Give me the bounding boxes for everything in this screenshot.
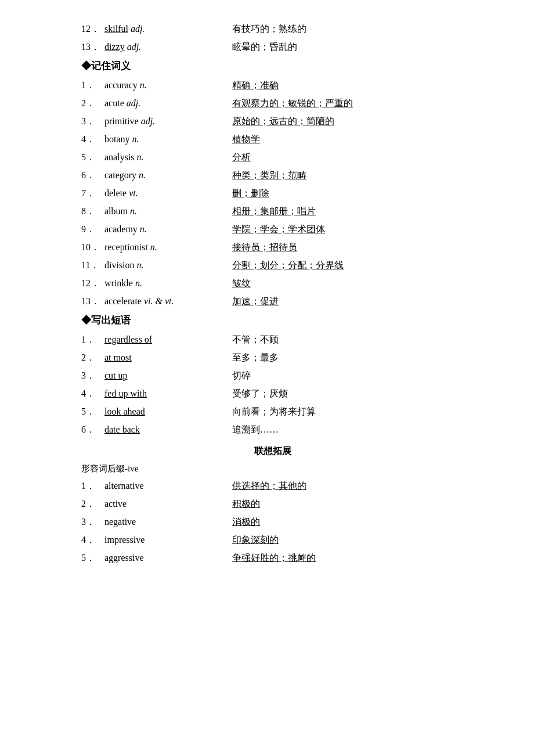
entry-def: 相册；集邮册；唱片 [232, 206, 464, 218]
entry-row-wrinkle: 12． wrinkle n. 皱纹 [81, 278, 464, 290]
entry-word: wrinkle n. [104, 278, 232, 289]
assoc-def: 消极的 [232, 516, 464, 528]
phrase-def: 向前看；为将来打算 [232, 406, 464, 418]
assoc-suffix-header: 形容词后缀-ive [81, 463, 464, 474]
entry-row-botany: 4． botany n. 植物学 [81, 134, 464, 146]
assoc-row-alternative: 1． alternative 供选择的；其他的 [81, 480, 464, 492]
entry-word: academy n. [104, 224, 232, 235]
phrase-num: 2． [81, 352, 104, 364]
entry-row-album: 8． album n. 相册；集邮册；唱片 [81, 206, 464, 218]
entry-num: 5． [81, 152, 104, 164]
phrase-word: at most [104, 352, 232, 363]
assoc-def: 积极的 [232, 498, 464, 510]
phrase-row-fedupwith: 4． fed up with 受够了；厌烦 [81, 388, 464, 400]
assoc-row-negative: 3． negative 消极的 [81, 516, 464, 528]
entry-row-primitive: 3． primitive adj. 原始的；远古的；简陋的 [81, 116, 464, 128]
assoc-num: 5． [81, 552, 104, 564]
phrase-def: 追溯到…… [232, 424, 464, 436]
entry-row-skilful: 12． skilful adj. 有技巧的；熟练的 [81, 23, 464, 35]
entry-num: 7． [81, 188, 104, 200]
entry-word: primitive adj. [104, 116, 232, 127]
entry-word: botany n. [104, 134, 232, 145]
entry-num: 13． [81, 296, 104, 308]
entry-word: accuracy n. [104, 80, 232, 91]
entry-word: receptionist n. [104, 242, 232, 253]
phrase-word: look ahead [104, 406, 232, 417]
entry-row-accelerate: 13． accelerate vi. & vt. 加速；促进 [81, 296, 464, 308]
phrase-row-lookahead: 5． look ahead 向前看；为将来打算 [81, 406, 464, 418]
entry-def: 加速；促进 [232, 296, 464, 308]
entry-word: album n. [104, 206, 232, 217]
page-content: 12． skilful adj. 有技巧的；熟练的 13． dizzy adj.… [81, 23, 464, 564]
entry-word: skilful adj. [104, 24, 232, 34]
assoc-word: aggressive [104, 553, 232, 563]
phrase-num: 1． [81, 334, 104, 346]
section-header-phrases: ◆写出短语 [81, 314, 464, 327]
entry-row-acute: 2． acute adj. 有观察力的；敏锐的；严重的 [81, 98, 464, 110]
assoc-num: 1． [81, 480, 104, 492]
entry-row-division: 11． division n. 分割；划分；分配；分界线 [81, 260, 464, 272]
entry-def: 种类；类别；范畴 [232, 170, 464, 182]
entry-def: 有观察力的；敏锐的；严重的 [232, 98, 464, 110]
entry-num: 3． [81, 116, 104, 128]
entry-def: 删；删除 [232, 188, 464, 200]
entry-def: 眩晕的；昏乱的 [232, 41, 464, 53]
entry-row-accuracy: 1． accuracy n. 精确；准确 [81, 80, 464, 92]
entry-num: 4． [81, 134, 104, 146]
entry-word: accelerate vi. & vt. [104, 296, 232, 307]
phrase-row-atmost: 2． at most 至多；最多 [81, 352, 464, 364]
phrase-row-cutup: 3． cut up 切碎 [81, 370, 464, 382]
assoc-def: 印象深刻的 [232, 534, 464, 546]
entry-def: 有技巧的；熟练的 [232, 23, 464, 35]
assoc-num: 2． [81, 498, 104, 510]
entry-num: 6． [81, 170, 104, 182]
entry-def: 分割；划分；分配；分界线 [232, 260, 464, 272]
entry-row-delete: 7． delete vt. 删；删除 [81, 188, 464, 200]
phrase-word: cut up [104, 370, 232, 381]
entry-word: acute adj. [104, 98, 232, 109]
entry-word: division n. [104, 260, 232, 271]
assoc-row-impressive: 4． impressive 印象深刻的 [81, 534, 464, 546]
phrase-def: 至多；最多 [232, 352, 464, 364]
phrase-def: 不管；不顾 [232, 334, 464, 346]
entry-def: 分析 [232, 152, 464, 164]
entry-row-receptionist: 10． receptionist n. 接待员；招待员 [81, 242, 464, 254]
assoc-def: 供选择的；其他的 [232, 480, 464, 492]
entry-row-dizzy: 13． dizzy adj. 眩晕的；昏乱的 [81, 41, 464, 53]
assoc-word: impressive [104, 535, 232, 545]
entry-def: 接待员；招待员 [232, 242, 464, 254]
entry-word: category n. [104, 170, 232, 181]
phrase-word: date back [104, 424, 232, 435]
entry-def: 原始的；远古的；简陋的 [232, 116, 464, 128]
assoc-word: negative [104, 517, 232, 527]
entry-num: 12． [81, 278, 104, 290]
entry-num: 2． [81, 98, 104, 110]
assoc-word: active [104, 499, 232, 509]
entry-num: 11． [81, 260, 104, 272]
phrase-num: 4． [81, 388, 104, 400]
phrase-word: regardless of [104, 334, 232, 345]
phrase-row-regardless: 1． regardless of 不管；不顾 [81, 334, 464, 346]
phrase-def: 受够了；厌烦 [232, 388, 464, 400]
assoc-def: 争强好胜的；挑衅的 [232, 552, 464, 564]
phrase-num: 5． [81, 406, 104, 418]
entry-num: 8． [81, 206, 104, 218]
entry-def: 学院；学会；学术团体 [232, 224, 464, 236]
entry-def: 皱纹 [232, 278, 464, 290]
entry-num: 1． [81, 80, 104, 92]
entry-num: 12． [81, 23, 104, 35]
entry-def: 植物学 [232, 134, 464, 146]
entry-num: 9． [81, 224, 104, 236]
entry-word: dizzy adj. [104, 42, 232, 52]
subsection-header-assoc: 联想拓展 [81, 445, 464, 458]
assoc-word: alternative [104, 481, 232, 491]
assoc-num: 4． [81, 534, 104, 546]
entry-row-category: 6． category n. 种类；类别；范畴 [81, 170, 464, 182]
entry-num: 10． [81, 242, 104, 254]
section-header-remember: ◆记住词义 [81, 59, 464, 73]
phrase-def: 切碎 [232, 370, 464, 382]
phrase-num: 6． [81, 424, 104, 436]
assoc-row-active: 2． active 积极的 [81, 498, 464, 510]
entry-word: delete vt. [104, 188, 232, 199]
phrase-row-dateback: 6． date back 追溯到…… [81, 424, 464, 436]
